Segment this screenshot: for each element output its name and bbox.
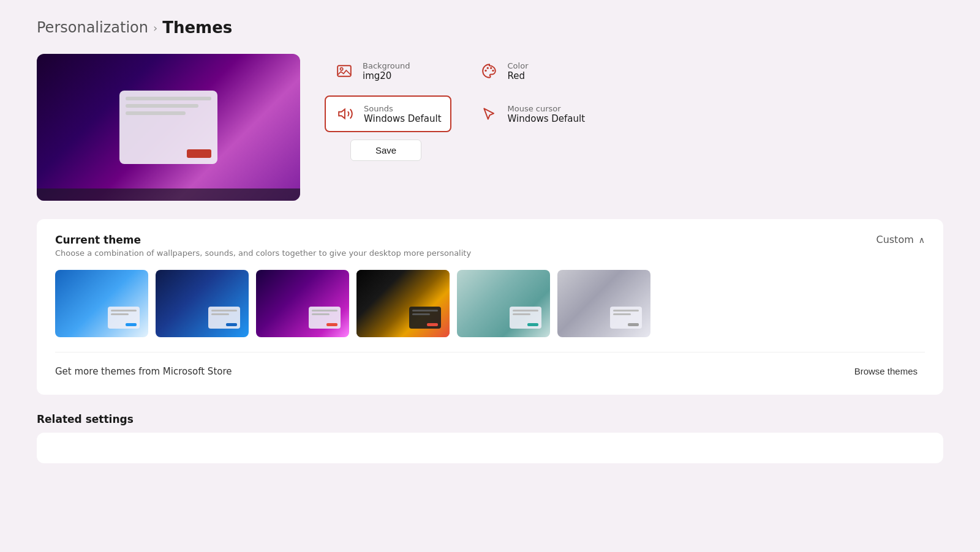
color-label: Color (508, 61, 529, 70)
color-option[interactable]: Color Red (470, 54, 597, 88)
current-theme-description: Choose a combination of wallpapers, soun… (55, 248, 471, 258)
breadcrumb-parent[interactable]: Personalization (37, 19, 148, 36)
theme-mini-line (513, 313, 530, 315)
related-settings-title: Related settings (37, 413, 943, 425)
theme-mini-line (111, 310, 137, 311)
theme-mini-window-5 (510, 307, 541, 329)
theme-item-3[interactable] (256, 270, 349, 337)
svg-point-3 (486, 67, 488, 69)
color-value: Red (508, 70, 529, 81)
theme-mini-line (312, 310, 337, 311)
current-theme-value-container[interactable]: Custom ∧ (876, 234, 925, 245)
sounds-label: Sounds (364, 104, 442, 113)
background-text: Background img20 (363, 61, 410, 81)
current-theme-header: Current theme Choose a combination of wa… (55, 234, 925, 258)
theme-mini-line (211, 313, 229, 315)
related-settings-section: Related settings (37, 413, 943, 463)
theme-mini-btn-2 (226, 323, 237, 326)
theme-mini-btn-4 (427, 323, 438, 326)
current-theme-value-label: Custom (876, 234, 913, 245)
theme-mini-line (312, 313, 330, 315)
preview-taskbar (37, 188, 300, 201)
mouse-cursor-value: Windows Default (508, 113, 586, 124)
svg-point-1 (341, 68, 343, 70)
theme-mini-line (412, 313, 430, 315)
current-theme-title: Current theme (55, 234, 471, 246)
chevron-up-icon: ∧ (919, 235, 925, 245)
breadcrumb-separator: › (153, 21, 157, 34)
mouse-cursor-icon (478, 103, 500, 125)
color-text: Color Red (508, 61, 529, 81)
theme-mini-line (613, 313, 631, 315)
theme-mini-line (412, 310, 438, 311)
theme-mini-btn-6 (628, 323, 639, 326)
preview-line-3 (126, 111, 186, 115)
theme-mini-window-2 (208, 307, 240, 329)
theme-mini-window-6 (610, 307, 642, 329)
svg-point-5 (492, 70, 494, 72)
theme-item-1[interactable] (55, 270, 148, 337)
theme-mini-window-1 (108, 307, 140, 329)
theme-mini-line (111, 313, 129, 315)
sounds-option[interactable]: Sounds Windows Default (325, 95, 451, 132)
theme-preview-section: Background img20 Color Re (37, 54, 943, 201)
sounds-value: Windows Default (364, 113, 442, 124)
mouse-cursor-option[interactable]: Mouse cursor Windows Default (470, 95, 597, 132)
mouse-cursor-text: Mouse cursor Windows Default (508, 104, 586, 124)
preview-accent-button (187, 149, 211, 158)
sounds-text: Sounds Windows Default (364, 104, 442, 124)
theme-options-grid: Background img20 Color Re (325, 54, 596, 132)
theme-mini-btn-1 (126, 323, 137, 326)
current-theme-info: Current theme Choose a combination of wa… (55, 234, 471, 258)
preview-window (119, 91, 217, 164)
theme-item-4[interactable] (356, 270, 450, 337)
theme-item-6[interactable] (557, 270, 650, 337)
theme-mini-window-3 (309, 307, 341, 329)
preview-desktop (37, 54, 300, 201)
preview-line-1 (126, 97, 211, 100)
svg-point-4 (490, 67, 492, 69)
svg-point-2 (484, 70, 486, 72)
preview-line-2 (126, 104, 198, 108)
ms-store-text: Get more themes from Microsoft Store (55, 366, 232, 377)
sounds-icon (334, 103, 356, 125)
breadcrumb-current: Themes (162, 18, 232, 37)
current-theme-section: Current theme Choose a combination of wa… (37, 219, 943, 395)
related-settings-box (37, 433, 943, 463)
theme-preview-box (37, 54, 300, 201)
theme-mini-line (513, 310, 538, 311)
save-button[interactable]: Save (350, 140, 421, 161)
theme-mini-btn-5 (527, 323, 538, 326)
color-icon (478, 60, 500, 82)
themes-grid (55, 270, 925, 337)
svg-rect-0 (337, 65, 351, 76)
theme-item-5[interactable] (457, 270, 550, 337)
svg-marker-6 (339, 109, 345, 118)
background-option[interactable]: Background img20 (325, 54, 451, 88)
mouse-cursor-label: Mouse cursor (508, 104, 586, 113)
background-label: Background (363, 61, 410, 70)
theme-item-2[interactable] (156, 270, 249, 337)
background-value: img20 (363, 70, 410, 81)
breadcrumb: Personalization › Themes (37, 18, 943, 37)
theme-mini-window-4 (409, 307, 441, 329)
background-icon (333, 60, 355, 82)
theme-mini-btn-3 (326, 323, 337, 326)
browse-themes-button[interactable]: Browse themes (847, 362, 925, 380)
theme-mini-line (613, 310, 639, 311)
theme-mini-line (211, 310, 237, 311)
ms-store-row: Get more themes from Microsoft Store Bro… (55, 352, 925, 380)
